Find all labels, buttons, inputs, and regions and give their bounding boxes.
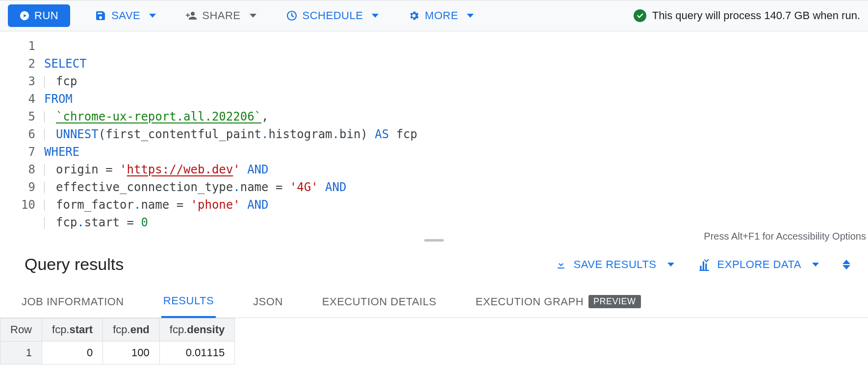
preview-badge: PREVIEW (588, 295, 641, 308)
cell-rownum: 1 (0, 342, 42, 365)
code-area[interactable]: SELECT fcp FROM `chrome-ux-report.all.20… (44, 31, 868, 237)
explore-data-label: EXPLORE DATA (717, 258, 801, 271)
expand-collapse-toggle[interactable] (842, 260, 850, 269)
sql-editor[interactable]: 12345678910 SELECT fcp FROM `chrome-ux-r… (0, 31, 868, 237)
chevron-down-icon (812, 263, 819, 267)
cell-start: 0 (42, 342, 103, 365)
line-number: 2 (0, 55, 35, 73)
line-number: 4 (0, 90, 35, 108)
line-number: 9 (0, 178, 35, 196)
chevron-down-icon (842, 265, 850, 269)
chevron-down-icon (372, 14, 379, 18)
schedule-label: SCHEDULE (303, 9, 363, 22)
save-button[interactable]: SAVE (90, 6, 161, 25)
line-number: 1 (0, 37, 35, 55)
line-number: 8 (0, 161, 35, 178)
line-number: 10 (0, 196, 35, 214)
run-label: RUN (34, 9, 58, 22)
accessibility-hint: Press Alt+F1 for Accessibility Options (704, 231, 866, 242)
save-results-button[interactable]: SAVE RESULTS (555, 258, 674, 271)
share-button[interactable]: SHARE (180, 6, 261, 25)
col-fcp-end[interactable]: fcp.end (103, 318, 160, 342)
check-circle-icon (634, 9, 646, 22)
line-gutter: 12345678910 (0, 31, 44, 237)
cell-end: 100 (103, 342, 160, 365)
gear-icon (408, 10, 420, 22)
save-results-label: SAVE RESULTS (574, 258, 657, 271)
chevron-down-icon (250, 14, 256, 18)
more-button[interactable]: MORE (403, 6, 479, 25)
share-label: SHARE (202, 9, 240, 22)
col-fcp-density[interactable]: fcp.density (159, 318, 235, 342)
tab-execution-details[interactable]: EXECUTION DETAILS (320, 287, 438, 317)
chevron-down-icon (149, 14, 156, 18)
tab-execution-graph-label: EXECUTION GRAPH (476, 295, 584, 308)
line-number: 7 (0, 143, 35, 161)
clock-icon (286, 10, 298, 22)
results-header: Query results SAVE RESULTS EXPLORE DATA (0, 243, 868, 286)
results-tabs: JOB INFORMATION RESULTS JSON EXECUTION D… (0, 286, 868, 318)
pane-divider[interactable]: Press Alt+F1 for Accessibility Options (0, 237, 868, 243)
explore-data-button[interactable]: EXPLORE DATA (698, 258, 819, 271)
line-number: 3 (0, 73, 35, 90)
col-row[interactable]: Row (0, 318, 42, 342)
results-title: Query results (25, 255, 532, 274)
person-add-icon (185, 10, 197, 22)
schedule-button[interactable]: SCHEDULE (281, 6, 384, 25)
chevron-up-icon (842, 260, 850, 264)
more-label: MORE (425, 9, 458, 22)
tab-execution-graph[interactable]: EXECUTION GRAPH PREVIEW (474, 286, 643, 317)
col-fcp-start[interactable]: fcp.start (42, 318, 103, 342)
chevron-down-icon (667, 263, 674, 267)
save-icon (95, 10, 106, 22)
run-button[interactable]: RUN (8, 4, 70, 27)
results-table: Row fcp.start fcp.end fcp.density 101000… (0, 318, 235, 365)
table-row[interactable]: 101000.01115 (0, 342, 235, 365)
play-icon (20, 11, 29, 21)
cell-density: 0.01115 (159, 342, 235, 365)
toolbar: RUN SAVE SHARE SCHEDULE MORE This query … (0, 0, 868, 31)
line-number: 6 (0, 125, 35, 143)
tab-json[interactable]: JSON (251, 287, 285, 317)
save-label: SAVE (111, 9, 140, 22)
download-icon (555, 259, 567, 270)
query-cost-status: This query will process 140.7 GB when ru… (634, 9, 860, 22)
svg-point-1 (191, 12, 195, 16)
line-number: 5 (0, 108, 35, 125)
tab-job-information[interactable]: JOB INFORMATION (20, 287, 126, 317)
tab-results[interactable]: RESULTS (161, 286, 216, 318)
table-header-row: Row fcp.start fcp.end fcp.density (0, 318, 235, 342)
drag-handle-icon (424, 239, 444, 242)
chevron-down-icon (467, 14, 474, 18)
chart-icon (698, 258, 711, 271)
status-text: This query will process 140.7 GB when ru… (652, 9, 860, 22)
